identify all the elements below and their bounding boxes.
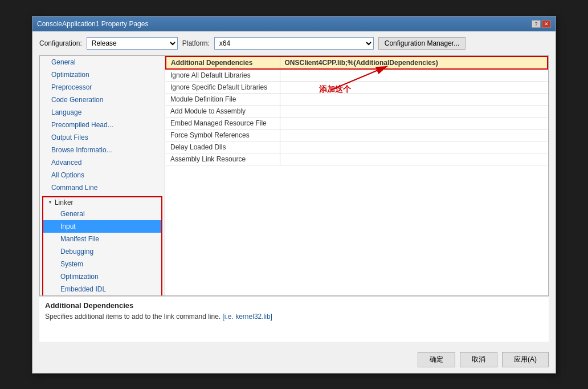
property-pages-dialog: ConsoleApplication1 Property Pages ? ✕ C…	[32, 16, 556, 374]
prop-row-ignore-all[interactable]: Ignore All Default Libraries	[166, 69, 548, 82]
prop-key-assembly-link: Assembly Link Resource	[166, 153, 280, 165]
configuration-dropdown[interactable]: Release	[87, 37, 178, 50]
config-manager-button[interactable]: Configuration Manager...	[378, 37, 466, 50]
prop-row-embed-managed[interactable]: Embed Managed Resource File	[166, 117, 548, 129]
title-bar: ConsoleApplication1 Property Pages ? ✕	[32, 17, 556, 31]
linker-header[interactable]: ▼ Linker	[43, 197, 161, 208]
platform-dropdown[interactable]: x64	[214, 37, 374, 50]
linker-embedded-idl[interactable]: Embedded IDL	[43, 283, 161, 295]
bottom-desc-link: [i.e. kernel32.lib]	[223, 313, 272, 321]
close-button[interactable]: ✕	[542, 20, 551, 28]
prop-row-ignore-specific[interactable]: Ignore Specific Default Libraries	[166, 81, 548, 93]
prop-value-additional-deps: ONSClient4CPP.lib;%(AdditionalDependenci…	[280, 56, 548, 69]
tree-item-preprocessor[interactable]: Preprocessor	[40, 81, 165, 94]
tree-item-precompiled-headers[interactable]: Precompiled Head...	[40, 119, 165, 131]
dialog-title: ConsoleApplication1 Property Pages	[37, 20, 148, 28]
prop-row-add-module[interactable]: Add Module to Assembly	[166, 105, 548, 117]
tree-item-optimization-upper[interactable]: Optimization	[40, 68, 165, 81]
linker-system[interactable]: System	[43, 258, 161, 270]
prop-row-additional-deps[interactable]: Additional Dependencies ONSClient4CPP.li…	[166, 56, 548, 69]
config-label: Configuration:	[39, 39, 82, 47]
tree-item-output-files[interactable]: Output Files	[40, 131, 165, 144]
bottom-title: Additional Dependencies	[45, 301, 543, 310]
prop-key-embed-managed: Embed Managed Resource File	[166, 117, 280, 129]
cancel-button[interactable]: 取消	[460, 352, 497, 367]
linker-items: General Input Manifest File Debugging Sy…	[43, 208, 161, 295]
prop-key-ignore-specific: Ignore Specific Default Libraries	[166, 81, 280, 93]
linker-label: Linker	[55, 198, 74, 206]
prop-key-additional-deps: Additional Dependencies	[166, 56, 280, 69]
linker-general[interactable]: General	[43, 208, 161, 220]
bottom-section: Additional Dependencies Specifies additi…	[39, 296, 549, 342]
collapse-icon: ▼	[48, 200, 52, 205]
linker-manifest-file[interactable]: Manifest File	[43, 233, 161, 245]
tree-item-general[interactable]: General	[40, 56, 165, 68]
prop-row-assembly-link[interactable]: Assembly Link Resource	[166, 153, 548, 165]
platform-label: Platform:	[182, 39, 210, 47]
main-area: General Optimization Preprocessor Code G…	[39, 55, 549, 296]
prop-value-add-module	[280, 105, 548, 117]
prop-key-delay-loaded: Delay Loaded Dlls	[166, 141, 280, 153]
properties-table: Additional Dependencies ONSClient4CPP.li…	[165, 56, 548, 165]
prop-value-ignore-all	[280, 69, 548, 82]
prop-value-embed-managed	[280, 117, 548, 129]
chinese-annotation: 添加这个	[319, 84, 351, 95]
linker-debugging[interactable]: Debugging	[43, 245, 161, 258]
prop-key-add-module: Add Module to Assembly	[166, 105, 280, 117]
prop-key-ignore-all: Ignore All Default Libraries	[166, 69, 280, 82]
prop-value-module-def	[280, 93, 548, 105]
right-panel: Additional Dependencies ONSClient4CPP.li…	[165, 56, 548, 295]
prop-value-assembly-link	[280, 153, 548, 165]
linker-input[interactable]: Input	[43, 220, 161, 233]
tree-item-browse-info[interactable]: Browse Informatio...	[40, 144, 165, 156]
linker-section: ▼ Linker General Input Manifest File Deb…	[42, 196, 162, 295]
linker-optimization[interactable]: Optimization	[43, 270, 161, 283]
prop-row-module-def[interactable]: Module Definition File	[166, 93, 548, 105]
prop-row-delay-loaded[interactable]: Delay Loaded Dlls	[166, 141, 548, 153]
ok-button[interactable]: 确定	[418, 352, 455, 367]
tree-item-all-options-upper[interactable]: All Options	[40, 169, 165, 181]
left-panel: General Optimization Preprocessor Code G…	[40, 56, 165, 295]
dialog-body: Configuration: Release Platform: x64 Con…	[32, 31, 556, 347]
tree-item-command-line-upper[interactable]: Command Line	[40, 181, 165, 194]
tree-item-language[interactable]: Language	[40, 106, 165, 119]
prop-row-force-symbol[interactable]: Force Symbol References	[166, 129, 548, 141]
tree-item-code-generation[interactable]: Code Generation	[40, 94, 165, 106]
prop-key-force-symbol: Force Symbol References	[166, 129, 280, 141]
config-row: Configuration: Release Platform: x64 Con…	[39, 37, 549, 50]
help-button[interactable]: ?	[532, 20, 541, 28]
prop-key-module-def: Module Definition File	[166, 93, 280, 105]
title-bar-buttons: ? ✕	[532, 20, 551, 28]
bottom-desc-text: Specifies additional items to add to the…	[45, 313, 223, 321]
tree-item-advanced-upper[interactable]: Advanced	[40, 156, 165, 169]
prop-value-force-symbol	[280, 129, 548, 141]
apply-button[interactable]: 应用(A)	[502, 352, 549, 367]
button-row: 确定 取消 应用(A)	[32, 347, 556, 373]
bottom-desc: Specifies additional items to add to the…	[45, 312, 543, 322]
prop-value-delay-loaded	[280, 141, 548, 153]
